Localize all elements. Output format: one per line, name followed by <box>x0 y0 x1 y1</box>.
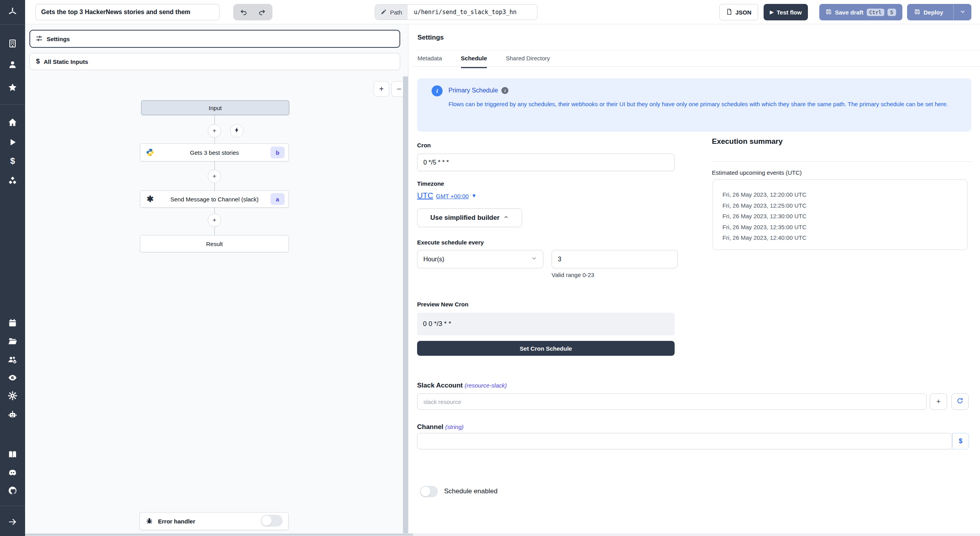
json-button[interactable]: JSON <box>719 4 758 20</box>
user-icon[interactable] <box>7 59 18 70</box>
bug-icon <box>145 517 153 526</box>
schedules-calendar-icon[interactable] <box>7 317 18 328</box>
schedule-enabled-toggle[interactable] <box>420 486 438 497</box>
event-row: Fri, 26 May 2023, 12:35:00 UTC <box>722 222 967 233</box>
add-step-button[interactable]: + <box>208 214 221 227</box>
sidebar-divider <box>0 506 25 506</box>
flow-title-input[interactable]: Gets the top 3 HackerNews stories and se… <box>35 4 220 20</box>
path-value: u/henri/send_to_slack_top3_hn <box>408 5 537 20</box>
execute-every-label: Execute schedule every <box>417 239 484 246</box>
groups-users-gear-icon[interactable] <box>7 354 18 365</box>
kbd-s: S <box>887 9 896 16</box>
cron-input[interactable] <box>417 154 675 171</box>
flow-node-result[interactable]: Result <box>140 235 289 252</box>
flow-node-step-a[interactable]: ✱ Send Message to Channel (slack) a <box>140 190 289 208</box>
topbar: Gets the top 3 HackerNews stories and se… <box>25 0 980 24</box>
add-resource-button[interactable]: + <box>930 393 947 410</box>
info-box-title: Primary Schedule i <box>448 87 508 94</box>
refresh-icon <box>956 397 964 406</box>
pencil-icon <box>381 9 387 16</box>
settings-gear-icon[interactable] <box>7 390 18 401</box>
variables-dollar-icon[interactable]: $ <box>7 156 18 167</box>
flow-settings-button[interactable]: Settings <box>29 30 400 48</box>
horizontal-scrollbar[interactable] <box>25 533 980 536</box>
runs-play-icon[interactable] <box>7 137 18 148</box>
save-floppy-icon <box>826 9 832 16</box>
event-row: Fri, 26 May 2023, 12:20:00 UTC <box>722 189 967 200</box>
step-badge-a: a <box>270 193 285 205</box>
dollar-variable-icon: $ <box>959 438 962 445</box>
scrollbar-thumb[interactable] <box>25 534 413 536</box>
undo-button[interactable] <box>236 5 252 19</box>
windmill-flow-editor: $ <box>0 0 980 536</box>
timezone-select-link[interactable]: UTC GMT +00:00 ▼ <box>417 191 477 200</box>
sidebar-divider <box>0 24 25 25</box>
event-row: Fri, 26 May 2023, 12:30:00 UTC <box>722 211 967 222</box>
event-row: Fri, 26 May 2023, 12:25:00 UTC <box>722 200 967 211</box>
gear-script-icon: ✱ <box>145 194 155 204</box>
error-handler-node[interactable]: Error handler <box>140 512 289 530</box>
channel-input[interactable] <box>417 433 952 449</box>
step-badge-b: b <box>270 147 285 158</box>
refresh-resources-button[interactable] <box>951 393 969 410</box>
add-step-button[interactable]: + <box>208 170 221 183</box>
sidebar: $ <box>0 0 25 536</box>
path-field[interactable]: Path u/henri/send_to_slack_top3_hn <box>375 4 537 20</box>
audit-eye-icon[interactable] <box>7 372 18 383</box>
divider <box>712 161 972 162</box>
test-flow-button[interactable]: ▶ Test flow <box>764 4 808 20</box>
error-handler-toggle[interactable] <box>261 515 283 527</box>
folders-icon[interactable] <box>7 336 18 347</box>
set-cron-schedule-button[interactable]: Set Cron Schedule <box>417 341 675 356</box>
favorites-star-icon[interactable] <box>7 82 18 93</box>
deploy-button[interactable]: Deploy <box>907 4 950 20</box>
python-icon <box>145 148 155 157</box>
kbd-ctrl: Ctrl <box>867 9 884 16</box>
all-static-inputs-button[interactable]: $ All Static Inputs <box>29 53 400 70</box>
slack-resource-input[interactable] <box>417 393 927 410</box>
execute-value-input[interactable] <box>552 250 678 268</box>
deploy-floppy-icon <box>914 9 920 16</box>
execute-unit-select[interactable]: Hour(s) <box>417 250 543 268</box>
lightning-bolt-icon <box>234 127 240 135</box>
slack-account-type: (resource-slack) <box>465 382 507 389</box>
info-tooltip-icon[interactable]: i <box>501 87 508 94</box>
trigger-bolt-button[interactable] <box>230 124 243 138</box>
windmill-logo-icon[interactable] <box>7 6 18 17</box>
primary-schedule-info-box: i Primary Schedule i Flows can be trigge… <box>417 78 971 132</box>
execution-summary-title: Execution summary <box>712 137 783 146</box>
redo-button[interactable] <box>254 5 270 19</box>
info-circle-icon: i <box>432 85 443 96</box>
deploy-button-group: Deploy <box>907 4 971 20</box>
flow-panel-scrollbar[interactable] <box>403 76 408 536</box>
docs-book-icon[interactable] <box>7 449 18 460</box>
path-label: Path <box>375 5 408 20</box>
resources-cubes-icon[interactable] <box>7 176 18 187</box>
flow-node-step-b[interactable]: Gets 3 best stories b <box>140 143 289 161</box>
undo-redo-group <box>233 4 272 20</box>
flow-graph-panel: Settings $ All Static Inputs + − Input +… <box>25 24 408 536</box>
zoom-in-button[interactable]: + <box>374 81 389 97</box>
plus-icon: + <box>936 397 940 406</box>
workspace-building-icon[interactable] <box>7 38 18 49</box>
discord-icon[interactable] <box>7 467 18 478</box>
channel-type: (string) <box>445 424 464 430</box>
preview-cron-value: 0 0 */3 * * <box>417 313 675 335</box>
home-icon[interactable] <box>7 117 18 128</box>
github-icon[interactable] <box>7 485 18 496</box>
workers-robot-icon[interactable] <box>7 409 18 420</box>
use-simplified-builder-button[interactable]: Use simplified builder <box>417 208 522 227</box>
dropdown-triangle-icon: ▼ <box>472 193 477 199</box>
deploy-dropdown-button[interactable] <box>953 4 971 20</box>
file-json-icon <box>726 9 732 16</box>
add-step-button[interactable]: + <box>208 124 221 138</box>
event-row: Fri, 26 May 2023, 12:40:00 UTC <box>722 232 967 243</box>
insert-variable-button[interactable]: $ <box>952 433 969 449</box>
expand-arrow-right-icon[interactable] <box>7 516 18 527</box>
divider <box>414 50 980 51</box>
info-box-body: Flows can be triggered by any schedules,… <box>448 99 970 110</box>
save-draft-button[interactable]: Save draft Ctrl S <box>819 4 902 20</box>
play-icon: ▶ <box>770 9 773 15</box>
settings-panel-title: Settings <box>417 34 444 42</box>
flow-node-input[interactable]: Input <box>141 100 289 115</box>
